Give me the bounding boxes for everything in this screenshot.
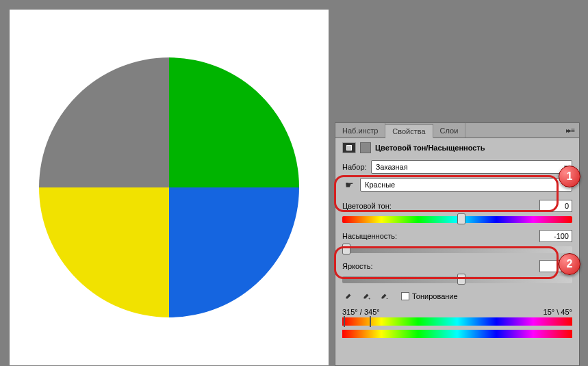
hue-row: Цветовой тон:: [342, 200, 572, 212]
preset-label: Набор:: [342, 163, 367, 171]
adjustment-title-row: Цветовой тон/Насыщенность: [342, 142, 572, 153]
panel-tabs: Наб.инстр Свойства Слои ▸▸ ≡: [335, 123, 579, 138]
saturation-slider-handle[interactable]: [342, 244, 350, 254]
lightness-slider-handle[interactable]: [457, 274, 465, 285]
preset-row: Набор: Заказная ▾: [342, 160, 572, 174]
hue-slider[interactable]: [342, 216, 572, 223]
range-readout: 315° / 345° 15° \ 45°: [342, 308, 572, 316]
callout-2: 2: [559, 253, 580, 275]
channel-row: ☛ Красные ▾: [342, 178, 572, 192]
colorize-checkbox[interactable]: [401, 292, 409, 300]
canvas-area: [10, 10, 329, 365]
preset-select[interactable]: Заказная ▾: [371, 160, 572, 174]
eyedropper-minus-icon[interactable]: [378, 290, 390, 302]
preset-value: Заказная: [376, 163, 408, 171]
saturation-slider[interactable]: [342, 246, 572, 253]
hue-label: Цветовой тон:: [342, 202, 402, 210]
channel-select[interactable]: Красные ▾: [360, 178, 572, 192]
range-right: 15° \ 45°: [544, 308, 572, 316]
saturation-input[interactable]: [539, 230, 572, 242]
lightness-slider[interactable]: [342, 276, 572, 283]
hue-input[interactable]: [539, 200, 572, 212]
range-marker[interactable]: [344, 316, 371, 327]
color-wheel-image: [39, 57, 299, 317]
colorize-label: Тонирование: [412, 292, 458, 300]
targeted-adjust-icon[interactable]: ☛: [342, 179, 356, 191]
colorize-checkbox-group: Тонирование: [401, 292, 458, 300]
tab-presets[interactable]: Наб.инстр: [335, 123, 385, 138]
eyedropper-row: Тонирование: [342, 290, 572, 302]
adjustment-icon: [342, 142, 356, 153]
hue-range-strip-bottom: [342, 330, 572, 338]
hue-range-strip-top[interactable]: [342, 317, 572, 326]
saturation-label: Насыщенность:: [342, 232, 402, 240]
tab-properties[interactable]: Свойства: [385, 124, 433, 138]
mask-icon: [360, 142, 371, 153]
eyedropper-icon[interactable]: [342, 290, 355, 302]
eyedropper-plus-icon[interactable]: [360, 290, 372, 302]
lightness-label: Яркость:: [342, 262, 402, 270]
hue-slider-handle[interactable]: [457, 213, 465, 224]
adjustment-title: Цветовой тон/Насыщенность: [375, 144, 485, 152]
tab-layers[interactable]: Слои: [433, 123, 466, 138]
panel-menu-icon[interactable]: ▸▸ ≡: [561, 127, 579, 134]
properties-panel: Наб.инстр Свойства Слои ▸▸ ≡ Цветовой то…: [335, 122, 580, 366]
panel-body: Цветовой тон/Насыщенность Набор: Заказна…: [335, 138, 579, 342]
saturation-row: Насыщенность:: [342, 230, 572, 242]
channel-value: Красные: [365, 181, 395, 189]
lightness-row: Яркость:: [342, 260, 572, 272]
range-left: 315° / 345°: [342, 308, 380, 316]
callout-1: 1: [559, 166, 580, 187]
